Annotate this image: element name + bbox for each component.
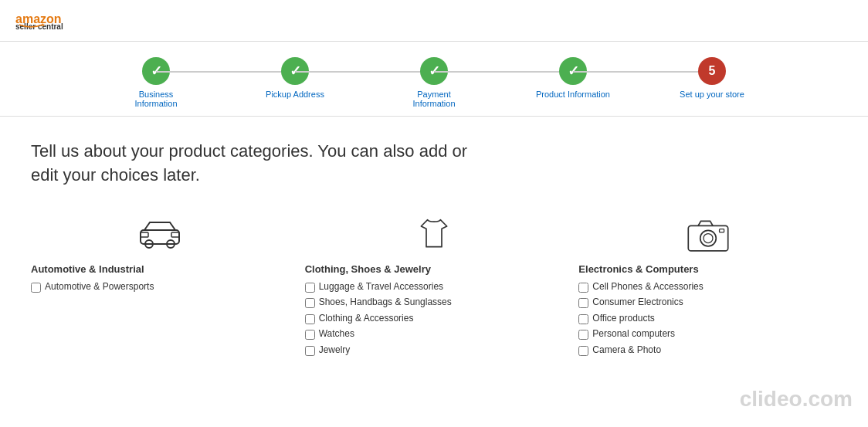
list-item: Watches bbox=[305, 328, 564, 341]
step-payment-information: ✓ Payment Information bbox=[364, 57, 504, 108]
checkbox-personal-computers[interactable] bbox=[578, 330, 588, 340]
category-automotive: Automotive & Industrial Automotive & Pow… bbox=[31, 211, 290, 361]
watermark: clideo.com bbox=[740, 387, 853, 412]
automotive-title: Automotive & Industrial bbox=[31, 263, 290, 275]
item-label: Clothing & Accessories bbox=[319, 313, 414, 325]
list-item: Consumer Electronics bbox=[578, 297, 837, 309]
checkbox-clothing-accessories[interactable] bbox=[305, 314, 315, 324]
clothing-title: Clothing, Shoes & Jewelry bbox=[305, 263, 564, 275]
list-item: Camera & Photo bbox=[578, 344, 837, 357]
step-business-information: ✓ Business Information bbox=[86, 57, 225, 108]
list-item: Clothing & Accessories bbox=[305, 313, 564, 325]
svg-rect-11 bbox=[719, 229, 724, 232]
checkbox-cell-phones[interactable] bbox=[578, 283, 588, 293]
step-5-label: Set up your store bbox=[680, 90, 744, 99]
step-5-number: 5 bbox=[709, 64, 716, 78]
checkbox-automotive-powersports[interactable] bbox=[31, 283, 41, 293]
logo: amazon seller central bbox=[15, 8, 77, 33]
header: amazon seller central bbox=[0, 0, 868, 42]
list-item: Jewelry bbox=[305, 344, 564, 357]
list-item: Cell Phones & Accessories bbox=[578, 281, 837, 293]
item-label: Automotive & Powersports bbox=[45, 281, 154, 293]
item-label: Personal computers bbox=[592, 328, 675, 341]
item-label: Office products bbox=[592, 313, 654, 325]
car-icon bbox=[31, 211, 290, 257]
item-label: Cell Phones & Accessories bbox=[592, 281, 703, 293]
shirt-icon bbox=[305, 211, 564, 257]
electronics-title: Electronics & Computers bbox=[578, 263, 837, 275]
item-label: Consumer Electronics bbox=[592, 297, 683, 309]
category-clothing: Clothing, Shoes & Jewelry Luggage & Trav… bbox=[305, 211, 564, 361]
step-4-label: Product Information bbox=[536, 90, 610, 99]
clothing-items: Luggage & Travel Accessories Shoes, Hand… bbox=[305, 281, 564, 357]
step-product-information: ✓ Product Information bbox=[504, 57, 643, 99]
item-label: Camera & Photo bbox=[592, 344, 661, 357]
automotive-items: Automotive & Powersports bbox=[31, 281, 290, 293]
categories-row: Automotive & Industrial Automotive & Pow… bbox=[31, 211, 837, 361]
item-label: Watches bbox=[319, 328, 354, 341]
svg-point-10 bbox=[704, 233, 713, 242]
checkbox-luggage[interactable] bbox=[305, 283, 315, 293]
checkbox-consumer-electronics[interactable] bbox=[578, 298, 588, 308]
svg-rect-7 bbox=[171, 232, 179, 237]
step-3-label: Payment Information bbox=[395, 90, 473, 108]
checkbox-shoes[interactable] bbox=[305, 298, 315, 308]
step-pickup-address: ✓ Pickup Address bbox=[225, 57, 364, 99]
checkbox-office-products[interactable] bbox=[578, 314, 588, 324]
svg-point-9 bbox=[700, 230, 716, 246]
checkbox-jewelry[interactable] bbox=[305, 346, 315, 356]
category-electronics: Electronics & Computers Cell Phones & Ac… bbox=[578, 211, 837, 361]
camera-icon bbox=[578, 211, 837, 257]
progress-bar: ✓ Business Information ✓ Pickup Address … bbox=[0, 42, 868, 117]
list-item: Personal computers bbox=[578, 328, 837, 341]
steps-wrapper: ✓ Business Information ✓ Pickup Address … bbox=[86, 57, 782, 108]
amazon-logo-svg: amazon seller central bbox=[15, 8, 77, 29]
main-content: Tell us about your product categories. Y… bbox=[0, 117, 868, 427]
list-item: Shoes, Handbags & Sunglasses bbox=[305, 297, 564, 309]
item-label: Shoes, Handbags & Sunglasses bbox=[319, 297, 452, 309]
page-title: Tell us about your product categories. Y… bbox=[31, 140, 494, 188]
step-5-circle: 5 bbox=[698, 57, 726, 85]
list-item: Automotive & Powersports bbox=[31, 281, 290, 293]
list-item: Luggage & Travel Accessories bbox=[305, 281, 564, 293]
svg-rect-6 bbox=[141, 232, 148, 237]
list-item: Office products bbox=[578, 313, 837, 325]
electronics-items: Cell Phones & Accessories Consumer Elect… bbox=[578, 281, 837, 357]
step-set-up-store: 5 Set up your store bbox=[643, 57, 782, 99]
step-1-label: Business Information bbox=[117, 90, 195, 108]
step-2-label: Pickup Address bbox=[266, 90, 324, 99]
item-label: Jewelry bbox=[319, 344, 351, 357]
checkbox-watches[interactable] bbox=[305, 330, 315, 340]
item-label: Luggage & Travel Accessories bbox=[319, 281, 443, 293]
checkbox-camera-photo[interactable] bbox=[578, 346, 588, 356]
